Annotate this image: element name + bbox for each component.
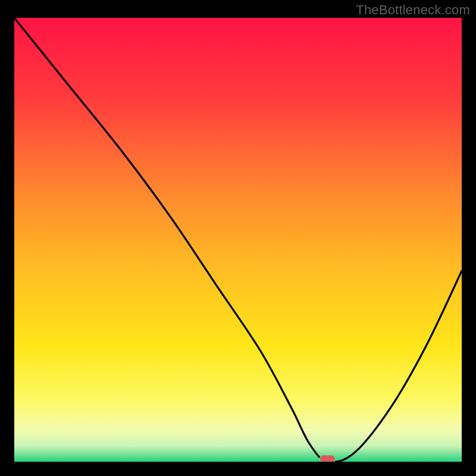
attribution-label: TheBottleneck.com [356,2,470,18]
chart-container [14,18,462,462]
gradient-background [14,18,462,462]
bottleneck-chart [14,18,462,462]
optimal-marker [320,455,335,462]
outer-frame: TheBottleneck.com [0,0,476,476]
